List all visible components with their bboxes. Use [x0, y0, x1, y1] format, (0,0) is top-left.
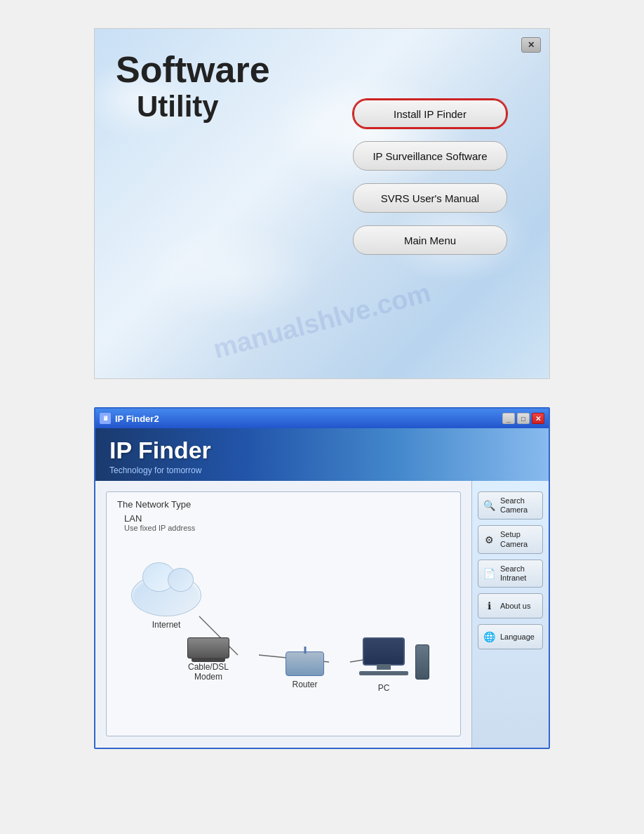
cloud-icon: [131, 574, 201, 616]
modem-label: Cable/DSL Modem: [187, 662, 229, 682]
ip-finder-body: The Network Type LAN Use fixed IP addres…: [95, 481, 549, 748]
ip-finder-main: The Network Type LAN Use fixed IP addres…: [95, 481, 471, 748]
title-utility: Utility: [137, 90, 270, 124]
search-intranet-icon: 📄: [481, 566, 497, 581]
lan-label: LAN: [124, 513, 450, 524]
pc-monitor-icon: [363, 637, 405, 666]
titlebar-title: IP Finder2: [115, 413, 159, 424]
about-us-icon: ℹ: [481, 598, 497, 614]
about-us-button[interactable]: ℹAbout us: [478, 593, 543, 618]
maximize-button[interactable]: □: [517, 413, 530, 424]
lan-sublabel: Use fixed IP address: [124, 524, 450, 532]
internet-label: Internet: [131, 620, 201, 630]
ip-finder-header: IP Finder Technology for tomorrow: [95, 428, 549, 481]
network-type-label: The Network Type: [117, 499, 450, 510]
about-us-label: About us: [500, 602, 530, 611]
title-software: Software: [116, 50, 270, 90]
close-window-button[interactable]: ✕: [532, 413, 544, 424]
titlebar-app-icon: 🖥: [100, 413, 111, 424]
modem-icon: [187, 637, 229, 658]
main-menu-button[interactable]: Main Menu: [353, 225, 507, 255]
titlebar-controls: _ □ ✕: [502, 413, 544, 424]
ip-surveillance-button[interactable]: IP Surveillance Software: [353, 141, 507, 171]
top-buttons-area: Install IP FinderIP Surveillance Softwar…: [353, 99, 507, 255]
network-diagram: Internet Cable/DSL Modem Router: [117, 546, 450, 729]
install-ip-finder-button[interactable]: Install IP Finder: [353, 99, 507, 128]
ip-finder-logo: IP Finder: [109, 437, 535, 464]
close-button[interactable]: ✕: [521, 37, 541, 53]
pc-stand-icon: [359, 671, 408, 675]
setup-camera-button[interactable]: ⚙Setup Camera: [478, 525, 543, 553]
title-area: Software Utility: [116, 50, 270, 124]
search-intranet-button[interactable]: 📄Search Intranet: [478, 560, 543, 588]
svrs-manual-button[interactable]: SVRS User's Manual: [353, 183, 507, 213]
setup-camera-icon: ⚙: [481, 532, 497, 548]
language-icon: 🌐: [481, 629, 497, 644]
titlebar-left: 🖥 IP Finder2: [100, 413, 159, 424]
ip-finder-panel: 🖥 IP Finder2 _ □ ✕ IP Finder Technology …: [94, 407, 550, 749]
software-utility-panel: ✕ Software Utility Install IP FinderIP S…: [94, 28, 550, 379]
setup-camera-label: Setup Camera: [500, 530, 528, 548]
search-camera-icon: 🔍: [481, 498, 497, 513]
pc-node: PC: [356, 637, 412, 693]
modem-node: Cable/DSL Modem: [187, 637, 229, 682]
internet-node: Internet: [131, 574, 201, 630]
language-label: Language: [500, 633, 535, 642]
ip-finder-titlebar: 🖥 IP Finder2 _ □ ✕: [95, 409, 549, 428]
language-button[interactable]: 🌐Language: [478, 624, 543, 649]
network-type-box: The Network Type LAN Use fixed IP addres…: [106, 491, 461, 736]
ip-finder-sidebar: 🔍Search Camera⚙Setup Camera📄Search Intra…: [471, 481, 549, 748]
minimize-button[interactable]: _: [502, 413, 515, 424]
pc-label: PC: [356, 683, 412, 693]
search-camera-label: Search Camera: [500, 496, 528, 515]
router-node: Router: [286, 651, 324, 689]
search-camera-button[interactable]: 🔍Search Camera: [478, 491, 543, 519]
pc-tower-icon: [415, 644, 429, 680]
router-label: Router: [286, 680, 324, 689]
ip-finder-tagline: Technology for tomorrow: [109, 465, 535, 475]
router-icon: [286, 651, 324, 676]
search-intranet-label: Search Intranet: [500, 564, 526, 583]
